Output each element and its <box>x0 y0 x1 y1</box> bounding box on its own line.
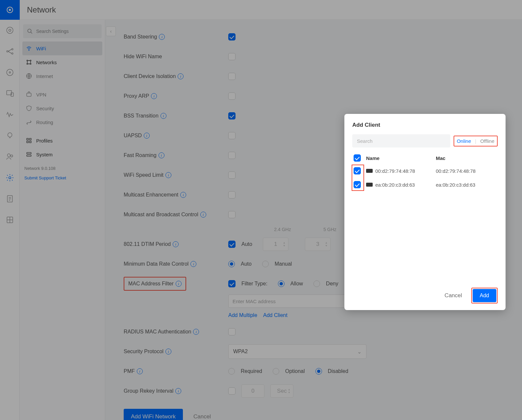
online-tab[interactable]: Online <box>457 138 471 144</box>
modal-add-button[interactable]: Add <box>473 289 496 302</box>
offline-tab[interactable]: Offline <box>480 138 494 144</box>
modal-search-input[interactable] <box>352 134 450 147</box>
client-row[interactable]: 00:d2:79:74:48:78 00:d2:79:74:48:78 <box>352 164 498 178</box>
col-name: Name <box>366 155 432 161</box>
device-icon <box>366 183 373 187</box>
online-offline-segment: Online | Offline <box>454 136 498 146</box>
select-all-checkbox[interactable] <box>354 154 361 162</box>
add-client-modal: Add Client Online | Offline Name Mac 00:… <box>344 114 506 310</box>
modal-title: Add Client <box>352 122 498 128</box>
col-mac: Mac <box>436 155 498 161</box>
modal-cancel-button[interactable]: Cancel <box>440 292 467 299</box>
device-icon <box>366 169 373 173</box>
checkbox-highlight <box>352 165 364 191</box>
client-row[interactable]: ea:0b:20:c3:dd:63 ea:0b:20:c3:dd:63 <box>352 178 498 192</box>
